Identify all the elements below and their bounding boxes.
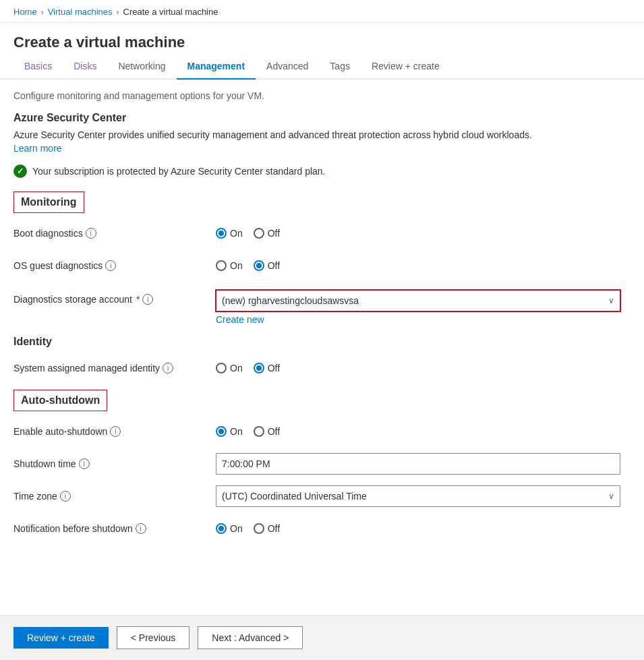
shutdown-time-info-icon[interactable]: i [79, 458, 90, 469]
boot-diagnostics-on-label: On [230, 228, 243, 239]
tabs-nav: Basics Disks Networking Management Advan… [0, 54, 644, 80]
azure-security-description: Azure Security Center provides unified s… [13, 129, 631, 140]
boot-diagnostics-label: Boot diagnostics i [13, 228, 216, 239]
breadcrumb: Home › Virtual machines › Create a virtu… [0, 0, 644, 23]
enable-shutdown-on-label: On [230, 426, 243, 437]
system-assigned-on-label: On [230, 363, 243, 373]
system-assigned-off-option[interactable]: Off [254, 363, 280, 373]
monitoring-section-box: Monitoring [13, 191, 84, 213]
os-guest-diagnostics-radio-group: On Off [216, 260, 280, 271]
identity-section: Identity System assigned managed identit… [13, 336, 631, 379]
diagnostics-storage-label: Diagnostics storage account * i [13, 290, 216, 305]
previous-button[interactable]: < Previous [117, 626, 190, 649]
tab-review-create[interactable]: Review + create [361, 54, 450, 80]
identity-heading: Identity [13, 336, 631, 348]
check-circle-icon [13, 164, 27, 178]
notification-before-shutdown-label: Notification before shutdown i [13, 523, 216, 534]
notification-off-option[interactable]: Off [254, 523, 280, 534]
enable-shutdown-off-radio[interactable] [254, 426, 264, 437]
enable-auto-shutdown-radio-group: On Off [216, 426, 280, 437]
tab-advanced[interactable]: Advanced [256, 54, 319, 80]
system-assigned-on-option[interactable]: On [216, 363, 243, 373]
system-assigned-off-radio[interactable] [254, 363, 264, 373]
enable-shutdown-on-option[interactable]: On [216, 426, 243, 437]
os-guest-diagnostics-label: OS guest diagnostics i [13, 260, 216, 271]
tab-management[interactable]: Management [177, 54, 256, 80]
time-zone-arrow-icon: ∨ [608, 491, 614, 501]
main-content: Configure monitoring and management opti… [0, 80, 644, 618]
shutdown-time-label: Shutdown time i [13, 458, 216, 469]
auto-shutdown-section-box: Auto-shutdown [13, 390, 107, 411]
breadcrumb-home[interactable]: Home [13, 7, 37, 17]
boot-diagnostics-off-radio[interactable] [254, 228, 264, 239]
time-zone-label: Time zone i [13, 491, 216, 502]
enable-shutdown-on-radio[interactable] [216, 426, 227, 437]
diagnostics-storage-value: (new) rgharvestingcloudsawsvsa [222, 295, 359, 306]
diagnostics-storage-arrow-icon: ∨ [608, 296, 614, 305]
required-star: * [136, 294, 140, 305]
boot-diagnostics-row: Boot diagnostics i On Off [13, 222, 631, 244]
boot-diagnostics-radio-group: On Off [216, 228, 280, 239]
notification-off-label: Off [268, 523, 280, 534]
tab-disks[interactable]: Disks [63, 54, 107, 80]
review-create-button[interactable]: Review + create [13, 627, 109, 649]
enable-shutdown-off-label: Off [268, 426, 280, 437]
breadcrumb-sep-1: › [41, 7, 44, 17]
time-zone-row: Time zone i (UTC) Coordinated Universal … [13, 485, 631, 507]
boot-diagnostics-on-option[interactable]: On [216, 228, 243, 239]
boot-diagnostics-on-radio[interactable] [216, 228, 227, 239]
create-new-link[interactable]: Create new [216, 314, 620, 325]
time-zone-value: (UTC) Coordinated Universal Time [222, 491, 367, 502]
auto-shutdown-heading: Auto-shutdown [21, 394, 100, 407]
enable-auto-shutdown-info-icon[interactable]: i [110, 426, 121, 437]
boot-diagnostics-off-option[interactable]: Off [254, 228, 280, 239]
time-zone-info-icon[interactable]: i [60, 491, 71, 502]
breadcrumb-current: Create a virtual machine [123, 7, 218, 17]
footer: Review + create < Previous Next : Advanc… [0, 615, 644, 660]
shutdown-time-row: Shutdown time i [13, 453, 631, 475]
os-guest-info-icon[interactable]: i [105, 260, 116, 271]
notification-before-shutdown-row: Notification before shutdown i On Off [13, 518, 631, 539]
system-assigned-row: System assigned managed identity i On Of… [13, 357, 631, 379]
breadcrumb-vms[interactable]: Virtual machines [48, 7, 113, 17]
monitoring-heading: Monitoring [21, 196, 77, 208]
protected-status: Your subscription is protected by Azure … [13, 164, 631, 178]
os-guest-on-radio[interactable] [216, 260, 227, 271]
azure-security-heading: Azure Security Center [13, 112, 631, 124]
diagnostics-storage-select[interactable]: (new) rgharvestingcloudsawsvsa ∨ [216, 290, 620, 311]
tab-networking[interactable]: Networking [107, 54, 176, 80]
azure-security-section: Azure Security Center Azure Security Cen… [13, 112, 631, 154]
enable-auto-shutdown-row: Enable auto-shutdown i On Off [13, 421, 631, 442]
os-guest-on-option[interactable]: On [216, 260, 243, 271]
boot-diagnostics-off-label: Off [268, 228, 280, 239]
time-zone-select[interactable]: (UTC) Coordinated Universal Time ∨ [216, 485, 620, 507]
protected-text: Your subscription is protected by Azure … [32, 166, 326, 177]
tab-tags[interactable]: Tags [319, 54, 361, 80]
section-description: Configure monitoring and management opti… [13, 90, 631, 101]
diagnostics-storage-input-wrapper: (new) rgharvestingcloudsawsvsa ∨ Create … [216, 290, 620, 325]
diagnostics-storage-info-icon[interactable]: i [142, 294, 153, 305]
system-assigned-on-radio[interactable] [216, 363, 227, 373]
system-assigned-label: System assigned managed identity i [13, 363, 216, 373]
system-assigned-radio-group: On Off [216, 363, 280, 373]
system-assigned-info-icon[interactable]: i [163, 363, 173, 373]
page-title: Create a virtual machine [0, 23, 644, 54]
os-guest-diagnostics-row: OS guest diagnostics i On Off [13, 255, 631, 276]
learn-more-link[interactable]: Learn more [13, 143, 62, 154]
system-assigned-off-label: Off [268, 363, 280, 373]
notification-shutdown-info-icon[interactable]: i [136, 523, 146, 534]
diagnostics-storage-row: Diagnostics storage account * i (new) rg… [13, 287, 631, 325]
os-guest-off-label: Off [268, 260, 280, 271]
shutdown-time-input[interactable] [216, 453, 620, 475]
os-guest-off-radio[interactable] [254, 260, 264, 271]
enable-shutdown-off-option[interactable]: Off [254, 426, 280, 437]
auto-shutdown-section: Auto-shutdown Enable auto-shutdown i On … [13, 390, 631, 539]
os-guest-off-option[interactable]: Off [254, 260, 280, 271]
notification-on-option[interactable]: On [216, 523, 243, 534]
notification-on-radio[interactable] [216, 523, 227, 534]
enable-auto-shutdown-label: Enable auto-shutdown i [13, 426, 216, 437]
boot-diagnostics-info-icon[interactable]: i [86, 228, 96, 239]
notification-off-radio[interactable] [254, 523, 264, 534]
tab-basics[interactable]: Basics [13, 54, 63, 80]
next-button[interactable]: Next : Advanced > [198, 626, 303, 649]
